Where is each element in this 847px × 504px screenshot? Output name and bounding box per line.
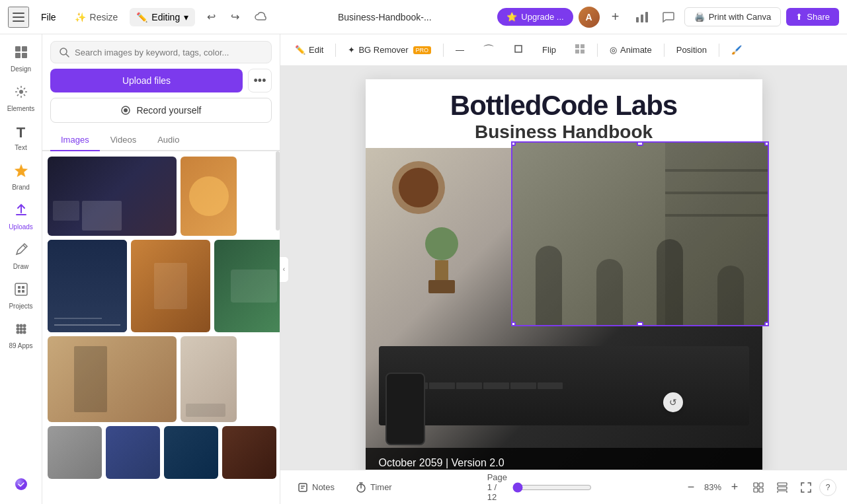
redo-button[interactable]: ↪ [224,7,245,28]
svg-rect-16 [22,286,24,289]
svg-point-28 [15,478,27,490]
bg-remover-button[interactable]: ✦ BG Remover PRO [341,42,438,58]
svg-rect-12 [16,214,26,215]
curve-icon: ⌒ [483,42,495,58]
resize-button[interactable]: ✨ Resize [68,8,125,26]
tab-videos[interactable]: Videos [100,129,147,151]
upload-files-button[interactable]: Upload files [50,69,243,92]
handle-bottom-left[interactable] [511,322,516,326]
fullscreen-button[interactable] [795,477,817,498]
edit-button[interactable]: ✏️ Edit [288,42,330,58]
grid2-icon [777,482,787,493]
handle-top-left[interactable] [511,141,516,146]
sidebar-item-magic[interactable] [3,472,40,499]
tab-images[interactable]: Images [50,129,100,151]
user-avatar[interactable]: A [579,7,600,28]
zoom-in-button[interactable]: + [724,477,745,498]
position-button[interactable]: Position [670,42,713,58]
handle-top-right[interactable] [764,141,769,146]
handle-bottom-right[interactable] [764,322,769,326]
line-tool-button[interactable]: — [449,42,471,58]
sidebar-item-elements[interactable]: Elements [3,79,40,116]
grid-icon [753,482,764,493]
flip-button[interactable]: Flip [536,42,563,58]
svg-rect-50 [778,491,787,493]
bottombar: Notes Timer Page 1 / 12 − 83% + [280,470,847,504]
resize-icon: ✨ [75,12,86,22]
selected-image[interactable]: ↺ 🔒 ⧉ 🗑️ ••• [511,141,769,326]
file-button[interactable]: File [34,8,63,26]
comments-button[interactable] [658,7,679,28]
list-item[interactable] [48,240,127,332]
list-item[interactable] [48,426,102,479]
handle-bottom-middle[interactable] [637,322,643,326]
rotate-icon[interactable]: ↺ [663,392,683,412]
svg-rect-17 [18,290,20,293]
sidebar-item-apps[interactable]: 89 Apps [3,316,40,353]
document-title[interactable]: Business-Handbook-... [338,12,432,22]
canvas-scroll[interactable]: BottledCode Labs Business Handbook [280,66,847,470]
sidebar-item-design[interactable]: Design [3,40,40,77]
sidebar-item-brand[interactable]: Brand [3,158,40,195]
page-slider[interactable] [512,482,592,493]
fullscreen-icon [801,482,811,493]
list-item[interactable] [181,157,237,236]
pattern-button[interactable] [568,40,592,59]
style-button[interactable]: 🖌️ [725,42,748,58]
svg-rect-35 [581,44,585,48]
line-icon: — [456,45,464,55]
help-button[interactable]: ? [819,479,836,496]
list-item[interactable] [222,426,276,479]
svg-rect-36 [575,50,579,54]
sidebar-item-text[interactable]: T Text [3,119,40,155]
pattern-icon [575,44,585,56]
analytics-button[interactable] [631,7,653,28]
add-button[interactable]: + [605,7,626,28]
search-bar[interactable] [50,41,272,63]
upgrade-button[interactable]: ⭐ Upgrade ... [497,8,573,26]
curve-tool-button[interactable]: ⌒ [476,39,501,61]
search-input[interactable] [75,48,263,57]
svg-rect-1 [13,17,24,18]
upload-row: Upload files ••• [42,69,280,98]
menu-icon[interactable] [8,7,29,28]
undo-button[interactable]: ↩ [200,7,222,28]
handle-top-middle[interactable] [637,141,643,146]
share-button[interactable]: ⬆ Share [786,8,839,26]
timer-button[interactable]: Timer [349,478,399,497]
grid-view2-button[interactable] [772,477,793,498]
svg-point-32 [124,108,128,112]
zoom-out-button[interactable]: − [680,477,702,498]
sidebar-item-uploads[interactable]: Uploads [3,198,40,234]
editing-button[interactable]: ✏️ Editing ▾ [130,8,195,26]
hide-panel-button[interactable]: ‹ [280,256,289,283]
image-row-3 [48,336,274,422]
list-item[interactable] [181,336,237,422]
crop-tool-button[interactable] [506,40,530,59]
list-item[interactable] [131,240,210,332]
notes-button[interactable]: Notes [291,478,341,497]
sidebar-item-projects[interactable]: Projects [3,277,40,314]
cloud-save-button[interactable] [251,7,272,28]
print-button[interactable]: 🖨️ Print with Canva [684,7,782,26]
list-item[interactable] [48,336,177,422]
text-label: Text [15,144,26,151]
list-item[interactable] [48,157,177,236]
grid-view-button[interactable] [748,477,769,498]
apps-icon [14,322,28,340]
list-item[interactable] [106,426,160,479]
svg-rect-2 [13,20,24,22]
svg-rect-0 [13,13,24,14]
tab-audio[interactable]: Audio [147,129,190,151]
svg-rect-3 [636,17,639,22]
sidebar-item-draw[interactable]: Draw [3,237,40,274]
list-item[interactable] [164,426,218,479]
animate-button[interactable]: ◎ Animate [603,42,659,58]
svg-point-27 [22,331,26,334]
upload-more-button[interactable]: ••• [248,69,272,92]
media-tabs: Images Videos Audio [42,129,280,151]
editing-chevron-icon: ▾ [184,12,188,22]
list-item[interactable] [214,240,280,332]
record-yourself-button[interactable]: Record yourself [50,98,272,123]
svg-point-23 [19,328,22,331]
